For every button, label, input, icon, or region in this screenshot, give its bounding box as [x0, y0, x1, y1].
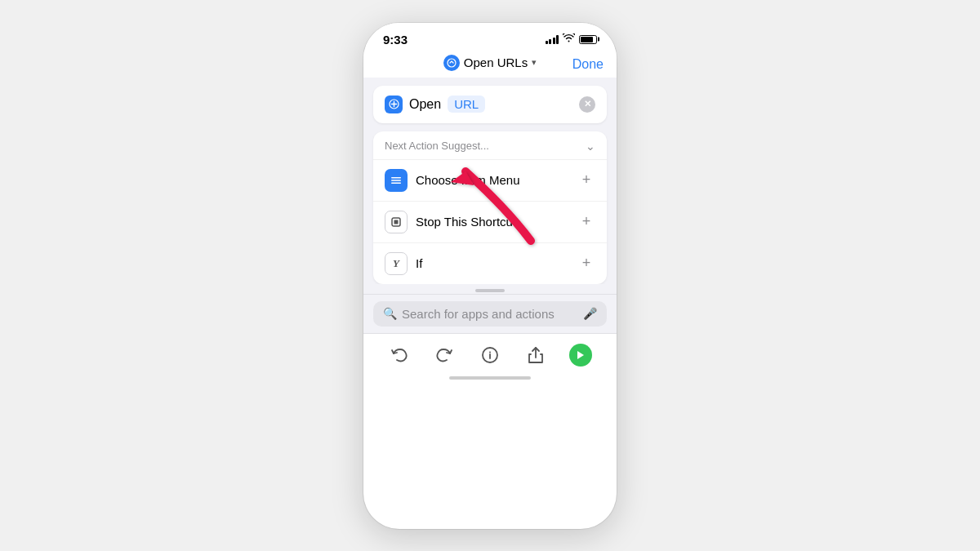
stop-shortcut-label: Stop This Shortcut: [416, 215, 516, 229]
phone-frame: 9:33: [363, 23, 617, 529]
search-bar[interactable]: 🔍 Search for apps and actions 🎤: [373, 301, 607, 327]
open-url-card: Open URL ✕: [373, 86, 607, 123]
stop-shortcut-icon: [385, 211, 408, 233]
search-input[interactable]: Search for apps and actions: [402, 307, 578, 321]
suggestions-section: Next Action Suggest... ⌄ Choose: [373, 131, 607, 284]
undo-button[interactable]: [385, 340, 414, 370]
battery-icon: [579, 35, 597, 44]
nav-title-text: Open URLs: [464, 56, 528, 69]
redo-button[interactable]: [430, 340, 459, 370]
suggestions-header: Next Action Suggest... ⌄: [373, 131, 607, 160]
choose-from-menu-icon: [385, 169, 408, 192]
open-label: Open: [409, 97, 441, 112]
signal-icon: [546, 34, 559, 44]
home-bar: [449, 376, 531, 380]
top-nav: Open URLs ▾ Done: [363, 51, 617, 78]
suggestion-stop-shortcut[interactable]: Stop This Shortcut +: [373, 202, 607, 243]
play-icon: [569, 344, 592, 367]
svg-point-9: [489, 351, 491, 353]
search-container: 🔍 Search for apps and actions 🎤: [363, 294, 617, 333]
home-indicator: [363, 373, 617, 386]
open-url-icon: [385, 96, 403, 113]
if-label: If: [416, 256, 422, 270]
search-icon: 🔍: [383, 307, 397, 320]
nav-title-group: Open URLs ▾: [443, 55, 537, 71]
if-icon: Y: [385, 252, 408, 275]
svg-rect-4: [391, 182, 401, 184]
url-param[interactable]: URL: [448, 96, 485, 113]
play-button[interactable]: [566, 340, 595, 370]
svg-rect-3: [391, 180, 401, 181]
info-button[interactable]: [475, 340, 505, 370]
share-button[interactable]: [521, 340, 550, 370]
svg-rect-6: [394, 220, 399, 224]
status-time: 9:33: [383, 33, 408, 47]
status-icons: [546, 33, 598, 45]
wifi-icon: [563, 33, 575, 45]
svg-marker-10: [577, 351, 584, 359]
done-button[interactable]: Done: [572, 57, 604, 72]
svg-rect-2: [391, 177, 401, 179]
suggestion-if[interactable]: Y If +: [373, 243, 607, 284]
add-if-button[interactable]: +: [577, 255, 595, 273]
shortcut-icon: [443, 55, 460, 71]
add-choose-from-menu-button[interactable]: +: [577, 171, 595, 189]
suggestion-choose-from-menu[interactable]: Choose from Menu +: [373, 160, 607, 202]
suggestions-chevron-icon[interactable]: ⌄: [586, 140, 595, 153]
choose-from-menu-label: Choose from Menu: [416, 173, 520, 187]
close-button[interactable]: ✕: [579, 96, 595, 113]
add-stop-shortcut-button[interactable]: +: [577, 213, 595, 231]
nav-chevron-icon: ▾: [532, 57, 537, 68]
bottom-toolbar: [363, 333, 617, 373]
suggestions-title: Next Action Suggest...: [385, 140, 489, 152]
status-bar: 9:33: [363, 23, 617, 51]
drag-handle: [363, 284, 617, 294]
drag-pill: [475, 289, 505, 292]
microphone-icon[interactable]: 🎤: [583, 307, 597, 320]
svg-point-0: [448, 59, 456, 67]
